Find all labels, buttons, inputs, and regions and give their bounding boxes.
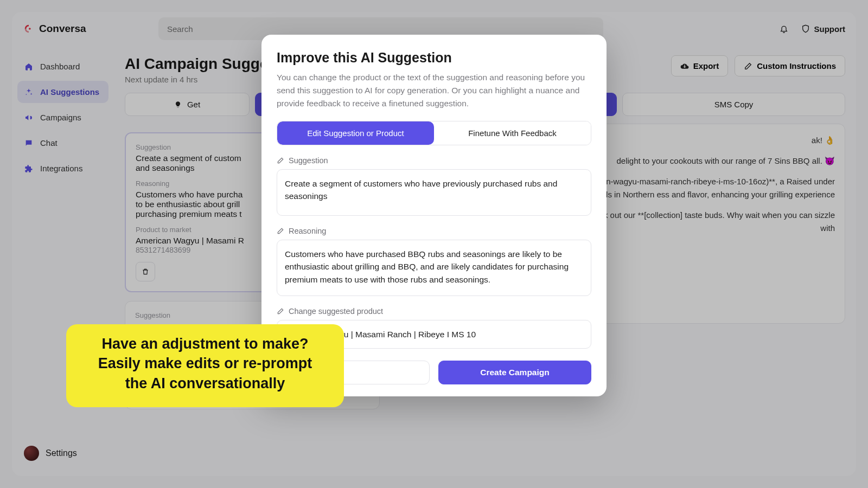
suggestion-field-label: Suggestion — [277, 156, 591, 165]
callout-line: the AI conversationally — [81, 374, 329, 393]
reasoning-textarea[interactable] — [277, 240, 591, 296]
marketing-callout: Have an adjustment to make? Easily make … — [66, 324, 344, 407]
pencil-icon — [277, 227, 284, 235]
tab-finetune-feedback[interactable]: Finetune With Feedback — [434, 121, 591, 145]
pencil-icon — [277, 307, 284, 315]
reasoning-field-label: Reasoning — [277, 227, 591, 235]
callout-line: Easily make edits or re-prompt — [81, 354, 329, 373]
pencil-icon — [277, 157, 284, 164]
modal-description: You can change the product or the text o… — [277, 71, 591, 110]
suggestion-textarea[interactable] — [277, 169, 591, 216]
modal-tabs: Edit Suggestion or Product Finetune With… — [277, 121, 591, 145]
callout-line: Have an adjustment to make? — [81, 334, 329, 354]
create-campaign-button[interactable]: Create Campaign — [438, 361, 591, 384]
product-field-label: Change suggested product — [277, 307, 591, 316]
tab-edit-suggestion[interactable]: Edit Suggestion or Product — [277, 121, 434, 145]
modal-title: Improve this AI Suggestion — [277, 50, 591, 66]
